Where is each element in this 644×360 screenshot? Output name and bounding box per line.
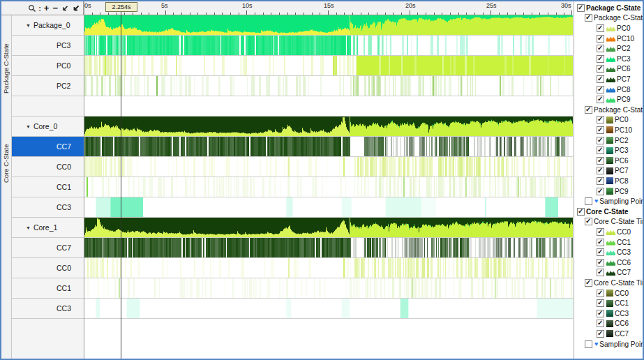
row-label-core_0_cc1[interactable]: CC1 (12, 177, 84, 197)
legend-item-core-c-state[interactable]: Core C-State (577, 207, 629, 217)
checked-checkbox[interactable] (597, 96, 604, 103)
track-core_1_cc1[interactable] (84, 278, 573, 298)
checked-checkbox[interactable] (597, 188, 604, 195)
checked-checkbox[interactable] (597, 45, 604, 52)
zoom-redo-button[interactable] (71, 3, 80, 14)
track-core_1_cc7[interactable] (84, 238, 573, 257)
legend-item-cc0[interactable]: CC0 (597, 227, 631, 237)
legend-item-pc6[interactable]: PC6 (597, 156, 628, 166)
legend-item-package-c-state[interactable]: Package C-State (577, 3, 641, 13)
checked-checkbox[interactable] (597, 269, 604, 276)
checked-checkbox[interactable] (597, 35, 604, 43)
legend-item-pc7[interactable]: PC7 (597, 166, 628, 177)
track-core_0_cc7[interactable] (84, 137, 573, 156)
track-core_1[interactable] (84, 218, 573, 237)
checked-checkbox[interactable] (597, 290, 604, 297)
legend-item-pc2[interactable]: PC2 (597, 43, 630, 54)
expander-icon[interactable]: ▼ (26, 23, 31, 28)
row-label-core_1_cc0[interactable]: CC0 (12, 258, 84, 278)
row-label-core_1_cc7[interactable]: CC7 (12, 238, 84, 258)
track-package_0[interactable] (84, 15, 573, 35)
timeline-ruler[interactable]: 0s5s10s15s20s25s30s (84, 1, 572, 15)
checked-checkbox[interactable] (597, 167, 604, 174)
row-label-core_0_cc0[interactable]: CC0 (12, 157, 84, 177)
checked-checkbox[interactable] (597, 147, 604, 154)
legend-item-pc7[interactable]: PC7 (597, 74, 630, 84)
checked-checkbox[interactable] (577, 4, 585, 12)
track-pc2[interactable] (84, 76, 573, 96)
legend-item-package-c-state-time[interactable]: Package C-State Time (585, 105, 643, 115)
expander-icon[interactable]: ▼ (26, 124, 31, 129)
checked-checkbox[interactable] (597, 239, 604, 246)
track-core_0_cc3[interactable] (84, 197, 573, 217)
checked-checkbox[interactable] (585, 279, 592, 287)
row-label-core_1_cc1[interactable]: CC1 (12, 278, 84, 299)
checked-checkbox[interactable] (597, 75, 604, 83)
row-label-core_0[interactable]: ▼Core_0 (12, 117, 84, 137)
row-label-core_1_cc3[interactable]: CC3 (12, 299, 84, 319)
checked-checkbox[interactable] (597, 228, 604, 236)
legend-item-pc0[interactable]: PC0 (597, 23, 630, 33)
legend-item-pc9[interactable]: PC9 (597, 94, 630, 105)
legend-item-cc7[interactable]: CC7 (597, 268, 631, 278)
checked-checkbox[interactable] (597, 299, 604, 307)
checked-checkbox[interactable] (597, 137, 604, 144)
checked-checkbox[interactable] (597, 248, 604, 256)
row-label-pc0[interactable]: PC0 (12, 56, 84, 76)
legend-item-pc6[interactable]: PC6 (597, 64, 630, 75)
checked-checkbox[interactable] (585, 14, 592, 22)
checked-checkbox[interactable] (597, 24, 604, 32)
zoom-in-button[interactable]: + (43, 3, 50, 14)
legend-item-cc6[interactable]: CC6 (597, 319, 629, 329)
track-pc0[interactable] (84, 56, 573, 75)
legend-item-pc3[interactable]: PC3 (597, 54, 630, 64)
legend-item-cc1[interactable]: CC1 (597, 237, 631, 248)
checked-checkbox[interactable] (585, 218, 592, 225)
legend-item-cc3[interactable]: CC3 (597, 247, 631, 257)
legend-item-cc1[interactable]: CC1 (597, 298, 629, 308)
legend-item-cc7[interactable]: CC7 (597, 329, 629, 339)
row-label-core_1[interactable]: ▼Core_1 (12, 218, 84, 238)
track-core_0[interactable] (84, 117, 573, 136)
track-pc3[interactable] (84, 36, 573, 55)
legend-item-cc0[interactable]: CC0 (597, 288, 629, 299)
track-core_1_cc0[interactable] (84, 258, 573, 278)
track-core_0_cc0[interactable] (84, 157, 573, 177)
checked-checkbox[interactable] (597, 126, 604, 134)
zoom-out-button[interactable]: − (52, 3, 59, 14)
unchecked-checkbox[interactable] (585, 197, 592, 205)
checked-checkbox[interactable] (597, 320, 604, 327)
checked-checkbox[interactable] (597, 86, 604, 93)
legend-item-pc9[interactable]: PC9 (597, 186, 628, 197)
legend-item-pc8[interactable]: PC8 (597, 176, 628, 186)
checked-checkbox[interactable] (597, 310, 604, 317)
track-core_1_cc3[interactable] (84, 299, 573, 318)
time-marker[interactable]: 2.254s (105, 2, 137, 12)
legend-item-sampling-points[interactable]: ♥Sampling Points (585, 196, 643, 207)
expander-icon[interactable]: ▼ (26, 225, 31, 230)
checked-checkbox[interactable] (597, 157, 604, 165)
checked-checkbox[interactable] (597, 55, 604, 63)
legend-item-pc0[interactable]: PC0 (597, 115, 628, 126)
row-label-core_0_cc3[interactable]: CC3 (12, 197, 84, 218)
row-label-core_0_cc7[interactable]: CC7 (12, 137, 84, 157)
checked-checkbox[interactable] (585, 106, 592, 114)
checked-checkbox[interactable] (597, 65, 604, 73)
legend-item-package-c-state-time[interactable]: Package C-State Time (585, 13, 643, 24)
legend-item-cc3[interactable]: CC3 (597, 308, 629, 319)
checked-checkbox[interactable] (597, 330, 604, 338)
legend-item-pc8[interactable]: PC8 (597, 84, 630, 95)
row-label-pc2[interactable]: PC2 (12, 76, 84, 96)
legend-item-pc2[interactable]: PC2 (597, 135, 628, 146)
legend-item-pc10[interactable]: PC10 (597, 33, 634, 44)
legend-item-pc10[interactable]: PC10 (597, 125, 632, 135)
checked-checkbox[interactable] (597, 177, 604, 185)
unchecked-checkbox[interactable] (585, 340, 592, 348)
legend-item-core-c-state-time[interactable]: Core C-State Time (585, 217, 643, 227)
checked-checkbox[interactable] (597, 259, 604, 267)
checked-checkbox[interactable] (597, 116, 604, 123)
row-label-pc3[interactable]: PC3 (12, 36, 84, 56)
row-label-package_0[interactable]: ▼Package_0 (12, 15, 84, 36)
legend-item-cc6[interactable]: CC6 (597, 257, 631, 268)
checked-checkbox[interactable] (577, 208, 585, 216)
